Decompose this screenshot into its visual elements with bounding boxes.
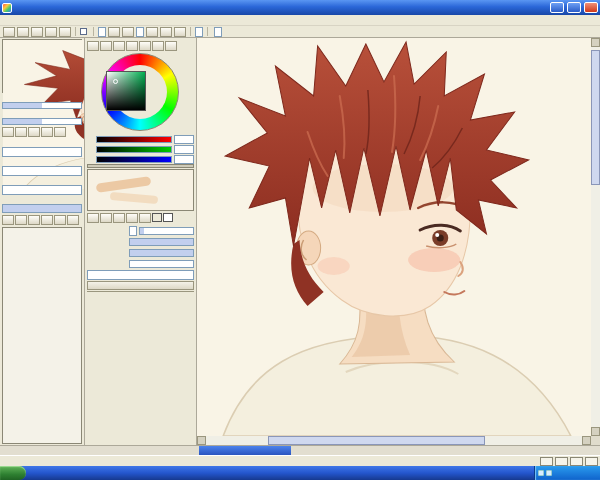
brush-size-preset-grid [87, 291, 194, 292]
primary-color-chip[interactable] [152, 213, 162, 222]
zoom-out-icon[interactable] [108, 27, 120, 37]
material-effect-dropdown[interactable] [2, 166, 82, 176]
color-tool-panel [85, 38, 197, 445]
tray-icon[interactable] [538, 470, 544, 476]
document-tab-strip [0, 445, 600, 455]
canvas-area [197, 38, 600, 445]
layer-blend-dropdown[interactable] [2, 185, 82, 195]
red-value [174, 135, 194, 144]
brush-density-slider[interactable] [129, 249, 194, 257]
merge-down-icon[interactable] [41, 215, 53, 225]
new-file-icon[interactable] [3, 27, 15, 37]
paper-texture-label [2, 138, 82, 147]
blur-slider[interactable] [129, 260, 194, 268]
grid-icon[interactable] [540, 457, 553, 466]
pen-settings-icon[interactable] [165, 41, 177, 51]
swatches-toggle-icon[interactable] [126, 41, 138, 51]
sv-selector-dot[interactable] [113, 79, 118, 84]
status-bar [0, 455, 600, 466]
blend-mode-dropdown[interactable] [195, 27, 203, 37]
rgb-panel-toggle-icon[interactable] [100, 41, 112, 51]
magic-wand-icon[interactable] [113, 213, 125, 223]
copy-layer-icon[interactable] [28, 215, 40, 225]
rotate-cw-icon[interactable] [160, 27, 172, 37]
minimize-icon[interactable] [550, 2, 564, 13]
tray-icon[interactable] [546, 470, 552, 476]
paper-texture-dropdown[interactable] [2, 147, 82, 157]
horizontal-scrollbar[interactable] [197, 436, 591, 445]
rotation-angle-dropdown[interactable] [136, 27, 144, 37]
navigator-angle-slider[interactable] [2, 118, 82, 125]
flip-horizontal-icon[interactable] [174, 27, 186, 37]
color-wheel-area [87, 52, 194, 134]
material-effect-label [2, 157, 82, 166]
windows-flag-icon [4, 468, 15, 479]
saturation-value-square[interactable] [106, 71, 146, 111]
stabilizer-dropdown[interactable] [214, 27, 222, 37]
scroll-right-icon[interactable] [582, 436, 591, 445]
move-tool-icon[interactable] [126, 213, 138, 223]
green-slider[interactable] [96, 146, 172, 153]
canvas-artwork[interactable] [197, 38, 591, 436]
selection-visibility-checkbox[interactable] [80, 28, 87, 35]
hsv-panel-toggle-icon[interactable] [113, 41, 125, 51]
sh-indicator[interactable] [570, 457, 583, 466]
windows-taskbar [0, 466, 600, 480]
new-layer-set-icon[interactable] [15, 215, 27, 225]
navigator-preview[interactable] [2, 39, 82, 93]
zoom-in-icon[interactable] [15, 127, 27, 137]
open-file-icon[interactable] [17, 27, 29, 37]
gh-indicator[interactable] [555, 457, 568, 466]
navigator-layer-panel [0, 38, 85, 445]
reset-view-icon[interactable] [54, 127, 66, 137]
horizontal-scroll-thumb[interactable] [268, 436, 485, 445]
blue-value [174, 155, 194, 164]
blue-slider[interactable] [96, 156, 172, 163]
scroll-down-icon[interactable] [591, 427, 600, 436]
new-layer-icon[interactable] [2, 215, 14, 225]
brush-texture-dropdown[interactable] [87, 270, 194, 280]
min-size-slider[interactable] [129, 238, 194, 246]
menu-bar [0, 15, 600, 26]
rotate-cw-icon[interactable] [41, 127, 53, 137]
rotate-ccw-icon[interactable] [28, 127, 40, 137]
mixer-toggle-icon[interactable] [152, 41, 164, 51]
secondary-color-chip[interactable] [163, 213, 173, 222]
redo-icon[interactable] [59, 27, 71, 37]
red-slider[interactable] [96, 136, 172, 143]
rect-select-icon[interactable] [87, 213, 99, 223]
zoom-tool-icon[interactable] [139, 213, 151, 223]
rotate-ccw-icon[interactable] [146, 27, 158, 37]
layer-blend-label [2, 176, 82, 185]
undo-icon[interactable] [45, 27, 57, 37]
color-swatch-grid [87, 164, 194, 168]
zoom-level-dropdown[interactable] [98, 27, 106, 37]
pen-pressure-icon[interactable] [585, 457, 598, 466]
vertical-scroll-thumb[interactable] [591, 50, 600, 185]
vertical-scrollbar[interactable] [591, 38, 600, 436]
brush-size-slider[interactable] [139, 227, 194, 235]
canvas-viewport[interactable] [197, 38, 591, 436]
zoom-out-icon[interactable] [2, 127, 14, 137]
document-tab[interactable] [199, 446, 291, 455]
delete-layer-icon[interactable] [67, 215, 79, 225]
save-file-icon[interactable] [31, 27, 43, 37]
title-bar[interactable] [0, 0, 600, 15]
scroll-left-icon[interactable] [197, 436, 206, 445]
scratchpad-stroke [110, 192, 159, 204]
color-wheel-toggle-icon[interactable] [87, 41, 99, 51]
advanced-settings-header[interactable] [87, 281, 194, 290]
layer-opacity-slider[interactable] [2, 204, 82, 213]
scroll-up-icon[interactable] [591, 38, 600, 47]
zoom-in-icon[interactable] [122, 27, 134, 37]
scratchpad-toggle-icon[interactable] [139, 41, 151, 51]
clear-layer-icon[interactable] [54, 215, 66, 225]
navigator-zoom-slider[interactable] [2, 102, 82, 109]
brush-size-unit-dropdown[interactable] [129, 226, 137, 236]
lasso-icon[interactable] [100, 213, 112, 223]
scratchpad[interactable] [87, 169, 194, 211]
start-button[interactable] [0, 466, 26, 480]
scrollbar-corner [591, 436, 600, 445]
maximize-icon[interactable] [567, 2, 581, 13]
close-icon[interactable] [584, 2, 598, 13]
